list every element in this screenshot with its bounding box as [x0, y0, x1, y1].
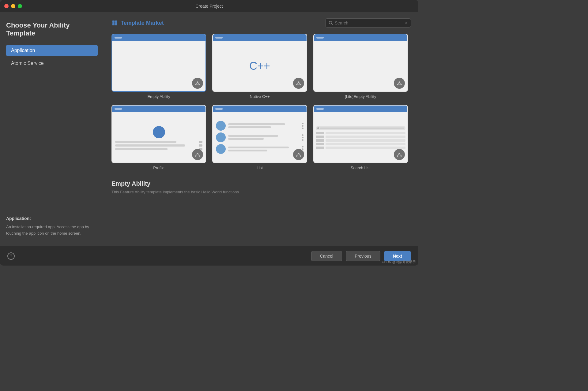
small-dot	[302, 125, 303, 127]
profile-arrow	[199, 144, 202, 147]
help-icon[interactable]: ?	[7, 252, 15, 260]
sidebar-item-atomic-service[interactable]: Atomic Service	[6, 58, 98, 69]
template-badge	[293, 78, 304, 89]
search-box[interactable]: ×	[325, 18, 411, 28]
preview-body	[112, 41, 205, 91]
profile-avatar	[153, 126, 165, 138]
template-card-empty-ability[interactable]: Empty Ability	[111, 34, 206, 99]
template-preview-profile	[111, 105, 206, 163]
list-line	[228, 123, 285, 125]
profile-lines	[115, 141, 202, 150]
template-card-search-list[interactable]: Search List	[313, 105, 408, 170]
profile-line	[115, 141, 176, 143]
templates-scroll[interactable]: Empty Ability C++	[111, 34, 411, 240]
maximize-button[interactable]	[18, 4, 22, 8]
template-name-lite-empty: [Lite]Empty Ability	[345, 94, 376, 99]
mini-row	[316, 136, 405, 138]
traffic-lights	[4, 4, 22, 8]
svg-line-9	[196, 82, 198, 85]
previous-button[interactable]: Previous	[346, 251, 380, 261]
template-preview-list	[212, 105, 307, 163]
small-dot	[302, 146, 303, 147]
mini-search-dot	[317, 127, 319, 129]
template-preview-empty-ability	[111, 34, 206, 92]
close-button[interactable]	[4, 4, 9, 8]
sidebar-description: Application: An installation-required ap…	[6, 210, 98, 237]
svg-line-22	[399, 82, 401, 85]
mini-label	[316, 147, 324, 149]
template-badge	[192, 78, 203, 89]
list-line	[228, 147, 288, 148]
profile-row	[115, 144, 202, 147]
mini-bar	[326, 147, 405, 149]
profile-arrow	[199, 141, 202, 143]
list-lines	[228, 147, 299, 151]
preview-body	[112, 112, 205, 162]
small-dot	[302, 134, 303, 136]
badge-icon	[396, 151, 402, 158]
mini-label	[316, 139, 324, 142]
svg-line-21	[398, 82, 399, 85]
templates-grid: Empty Ability C++	[111, 34, 411, 170]
mini-search-bar	[316, 126, 405, 130]
mini-row	[316, 147, 405, 149]
window-title: Create Project	[195, 4, 223, 9]
preview-body: C++	[213, 41, 306, 91]
list-line	[228, 138, 264, 140]
template-market-label: Template Market	[111, 20, 164, 26]
list-line	[228, 126, 271, 128]
sidebar-item-application[interactable]: Application	[6, 45, 98, 56]
small-dot	[302, 139, 303, 141]
mini-row	[316, 139, 405, 142]
svg-rect-3	[115, 23, 117, 25]
preview-header	[213, 106, 306, 112]
watermark: CSDN @鸿蒙开发助手	[382, 260, 416, 264]
search-clear-button[interactable]: ×	[405, 20, 408, 25]
mini-bar	[326, 139, 405, 142]
preview-header	[213, 34, 306, 41]
preview-body	[314, 41, 407, 91]
list-row	[216, 144, 303, 154]
mini-label	[316, 136, 324, 138]
svg-line-40	[399, 154, 401, 156]
template-card-list[interactable]: List	[212, 105, 307, 170]
minimize-button[interactable]	[11, 4, 15, 8]
profile-line	[115, 148, 168, 150]
mini-row	[316, 143, 405, 145]
svg-line-33	[297, 154, 299, 156]
badge-icon	[296, 151, 302, 158]
header-dot	[316, 37, 324, 39]
template-card-lite-empty[interactable]: [Lite]Empty Ability	[313, 34, 408, 99]
list-content	[213, 118, 306, 157]
template-preview-search-list	[313, 105, 408, 163]
badge-icon	[194, 151, 201, 158]
template-name-profile: Profile	[153, 166, 164, 170]
template-preview-native-cpp: C++	[212, 34, 307, 92]
template-name-empty-ability: Empty Ability	[147, 94, 170, 99]
template-badge	[293, 149, 304, 160]
right-panel: Template Market ×	[104, 12, 418, 246]
svg-line-10	[198, 82, 199, 85]
svg-line-16	[299, 82, 300, 85]
preview-header	[112, 34, 205, 41]
template-card-native-cpp[interactable]: C++	[212, 34, 307, 99]
svg-rect-0	[112, 20, 115, 23]
template-badge	[192, 149, 203, 160]
sidebar-heading: Choose Your Ability Template	[6, 21, 98, 37]
template-card-profile[interactable]: Profile	[111, 105, 206, 170]
header-dot	[215, 37, 223, 39]
mini-row	[316, 132, 405, 134]
template-name-list: List	[257, 166, 263, 170]
wireframe-lines	[357, 58, 364, 74]
badge-icon	[296, 80, 302, 86]
search-input[interactable]	[335, 20, 403, 25]
list-dots	[302, 134, 303, 141]
list-avatar	[216, 144, 226, 154]
preview-body	[213, 112, 306, 162]
mini-label	[316, 132, 324, 134]
mini-list-rows	[316, 132, 405, 149]
badge-icon	[396, 80, 402, 86]
cancel-button[interactable]: Cancel	[311, 251, 342, 261]
preview-header	[314, 34, 407, 41]
main-content: Choose Your Ability Template Application…	[0, 12, 418, 246]
